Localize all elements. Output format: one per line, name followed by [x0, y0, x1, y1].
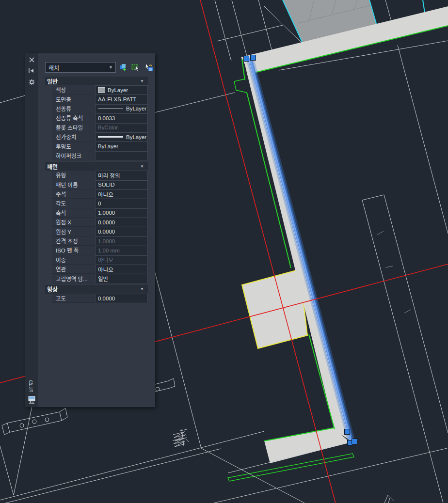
section-header-1[interactable]: 일반▼ [45, 77, 148, 85]
linetype-sample-icon [98, 136, 123, 138]
property-value-field[interactable]: 0.0000 [95, 227, 148, 236]
property-value-field[interactable]: 0.0033 [95, 113, 148, 123]
autohide-icon[interactable] [28, 67, 35, 75]
property-row: 주석아니오 [52, 189, 148, 199]
property-value-field[interactable]: 아니오 [95, 265, 148, 274]
property-value-field[interactable]: 아니오 [95, 255, 148, 265]
pickadd-toggle-icon[interactable] [117, 62, 128, 73]
property-row: 원점 X0.0000 [52, 218, 148, 227]
property-value-field[interactable]: ByLayer [95, 132, 148, 141]
property-value-text: ByColor [98, 125, 118, 130]
grip[interactable] [244, 56, 249, 62]
properties-window-icon[interactable] [28, 396, 35, 404]
property-value-text: 0.0000 [98, 296, 115, 301]
grip[interactable] [352, 439, 357, 444]
property-value-field[interactable] [95, 151, 148, 160]
palette-title: 특성 [28, 379, 35, 392]
property-row: 이중아니오 [52, 255, 148, 265]
close-icon[interactable] [28, 56, 35, 63]
property-row: 선종류ByLayer [52, 104, 148, 113]
section-header-2[interactable]: 패턴▼ [45, 162, 148, 171]
property-label: 선종류 [52, 104, 95, 113]
property-value-text: 0.0000 [98, 229, 115, 235]
collapse-chevron-icon[interactable]: ▼ [140, 287, 144, 291]
property-value-text: 1.0000 [98, 210, 115, 216]
property-value-text: 1.0000 [98, 238, 115, 244]
section-header-3[interactable]: 형상▼ [45, 285, 148, 294]
property-value-text: AA-FLXS-PATT [98, 96, 136, 102]
property-row: 간격 조정1.0000 [52, 236, 148, 246]
property-value-field[interactable]: SOLID [95, 180, 148, 189]
property-row: 패턴 이름SOLID [52, 180, 148, 189]
property-row: ISO 펜 폭1.00 mm [52, 246, 148, 255]
collapse-chevron-icon[interactable]: ▼ [140, 164, 144, 169]
property-label: ISO 펜 폭 [52, 246, 95, 255]
property-value-text: 아니오 [98, 190, 113, 198]
property-row: 색상ByLayer [52, 85, 148, 94]
property-label: 도면층 [52, 94, 95, 104]
property-value-text: ByLayer [108, 87, 128, 93]
property-value-text: ByLayer [126, 134, 146, 140]
property-label: 선종류 축척 [52, 113, 95, 123]
property-value-field[interactable]: 0 [95, 199, 148, 208]
autocad-viewport: { "palette": { "title_vertical": "특성", "… [0, 0, 448, 503]
property-label: 색상 [52, 85, 95, 94]
property-value-field[interactable]: ByColor [95, 123, 148, 132]
property-value-field[interactable]: 0.0000 [95, 218, 148, 227]
property-row: 원점 Y0.0000 [52, 227, 148, 236]
property-label: 원점 X [52, 218, 95, 227]
collapse-chevron-icon[interactable]: ▼ [140, 79, 144, 83]
property-label: 연관 [52, 265, 95, 274]
property-value-field[interactable]: 1.0000 [95, 236, 148, 246]
property-value-field[interactable]: 아니오 [95, 189, 148, 199]
property-value-text: ByLayer [126, 106, 146, 111]
property-row: 플롯 스타일ByColor [52, 123, 148, 132]
property-value-text: ByLayer [98, 143, 118, 149]
settings-gear-icon[interactable] [28, 78, 35, 86]
property-label: 간격 조정 [52, 236, 95, 246]
property-row: 유형미리 정의 [52, 171, 148, 180]
property-value-field[interactable]: ByLayer [95, 141, 148, 151]
property-value-field[interactable]: 1.0000 [95, 208, 148, 218]
property-value-text: 아니오 [98, 266, 113, 273]
property-value-field[interactable]: AA-FLXS-PATT [95, 94, 148, 104]
palette-body: 해치 ▼ 일반▼색상ByLayer도면층AA-FLXS-PATT선종류ByLay… [38, 53, 155, 407]
grip[interactable] [251, 55, 256, 61]
property-value-field[interactable]: ByLayer [95, 104, 148, 113]
property-label: 패턴 이름 [52, 180, 95, 189]
quick-select-icon[interactable] [130, 62, 141, 73]
property-row: 고립영역 탐...일반 [52, 274, 148, 283]
property-label: 각도 [52, 199, 95, 208]
property-value-text: 1.00 mm [98, 248, 120, 253]
property-row: 선가중치ByLayer [52, 132, 148, 141]
property-value-field[interactable]: 0.0000 [95, 294, 148, 303]
property-label: 고도 [52, 294, 95, 303]
property-value-text: SOLID [98, 182, 115, 188]
property-sections: 일반▼색상ByLayer도면층AA-FLXS-PATT선종류ByLayer선종류… [45, 75, 148, 303]
property-label: 선가중치 [52, 132, 95, 141]
property-value-text: 일반 [98, 275, 108, 283]
linetype-sample-icon [98, 109, 123, 109]
property-label: 축척 [52, 208, 95, 218]
property-row: 고도0.0000 [52, 294, 148, 303]
object-type-dropdown[interactable]: 해치 ▼ [45, 62, 116, 73]
property-value-text: 아니오 [98, 256, 113, 264]
select-objects-icon[interactable] [143, 62, 154, 73]
property-value-field[interactable]: 미리 정의 [95, 171, 148, 180]
property-label: 고립영역 탐... [52, 274, 95, 283]
property-value-field[interactable]: 1.00 mm [95, 246, 148, 255]
property-label: 주석 [52, 189, 95, 199]
property-value-text: 0 [98, 201, 101, 206]
property-label: 유형 [52, 171, 95, 180]
property-label: 하이퍼링크 [52, 151, 95, 160]
section-title: 형상 [47, 285, 58, 293]
grip[interactable] [345, 429, 350, 435]
property-value-field[interactable]: 일반 [95, 274, 148, 283]
property-label: 원점 Y [52, 227, 95, 236]
properties-palette: 특성 해치 ▼ 일반▼색상ByLayer도면층AA-FLXS-PATT선종류By… [25, 53, 155, 407]
property-label: 투명도 [52, 141, 95, 151]
property-value-field[interactable]: ByLayer [95, 85, 148, 94]
property-value-text: 미리 정의 [98, 172, 120, 179]
property-row: 각도0 [52, 199, 148, 208]
property-row: 투명도ByLayer [52, 141, 148, 151]
